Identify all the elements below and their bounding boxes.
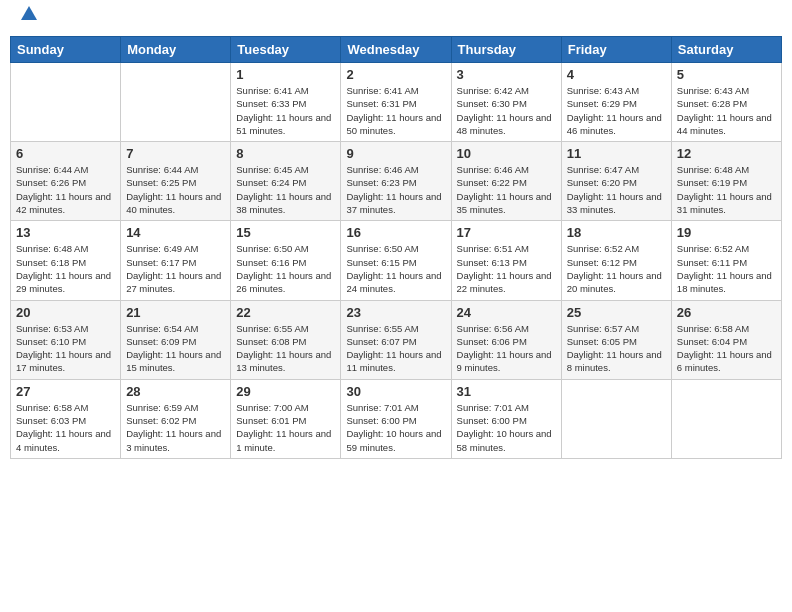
day-detail: Sunrise: 7:00 AM Sunset: 6:01 PM Dayligh… [236,401,335,454]
day-number: 3 [457,67,556,82]
calendar-cell: 1Sunrise: 6:41 AM Sunset: 6:33 PM Daylig… [231,63,341,142]
day-number: 11 [567,146,666,161]
calendar-cell: 26Sunrise: 6:58 AM Sunset: 6:04 PM Dayli… [671,300,781,379]
calendar-cell: 17Sunrise: 6:51 AM Sunset: 6:13 PM Dayli… [451,221,561,300]
day-detail: Sunrise: 6:48 AM Sunset: 6:19 PM Dayligh… [677,163,776,216]
svg-marker-0 [21,6,37,20]
day-number: 22 [236,305,335,320]
day-number: 25 [567,305,666,320]
calendar-cell: 3Sunrise: 6:42 AM Sunset: 6:30 PM Daylig… [451,63,561,142]
calendar-day-header: Tuesday [231,37,341,63]
day-number: 5 [677,67,776,82]
calendar-cell: 19Sunrise: 6:52 AM Sunset: 6:11 PM Dayli… [671,221,781,300]
day-number: 18 [567,225,666,240]
day-number: 30 [346,384,445,399]
calendar-cell: 8Sunrise: 6:45 AM Sunset: 6:24 PM Daylig… [231,142,341,221]
calendar-cell: 2Sunrise: 6:41 AM Sunset: 6:31 PM Daylig… [341,63,451,142]
day-detail: Sunrise: 6:49 AM Sunset: 6:17 PM Dayligh… [126,242,225,295]
calendar-cell [11,63,121,142]
calendar-cell [121,63,231,142]
day-detail: Sunrise: 6:52 AM Sunset: 6:11 PM Dayligh… [677,242,776,295]
day-number: 24 [457,305,556,320]
calendar-cell: 16Sunrise: 6:50 AM Sunset: 6:15 PM Dayli… [341,221,451,300]
calendar-cell [561,379,671,458]
day-detail: Sunrise: 6:43 AM Sunset: 6:28 PM Dayligh… [677,84,776,137]
day-detail: Sunrise: 6:56 AM Sunset: 6:06 PM Dayligh… [457,322,556,375]
day-number: 19 [677,225,776,240]
day-detail: Sunrise: 6:51 AM Sunset: 6:13 PM Dayligh… [457,242,556,295]
calendar-table: SundayMondayTuesdayWednesdayThursdayFrid… [10,36,782,459]
day-detail: Sunrise: 6:44 AM Sunset: 6:26 PM Dayligh… [16,163,115,216]
calendar-cell: 21Sunrise: 6:54 AM Sunset: 6:09 PM Dayli… [121,300,231,379]
day-detail: Sunrise: 6:42 AM Sunset: 6:30 PM Dayligh… [457,84,556,137]
calendar-day-header: Sunday [11,37,121,63]
calendar-week-row: 1Sunrise: 6:41 AM Sunset: 6:33 PM Daylig… [11,63,782,142]
day-detail: Sunrise: 6:41 AM Sunset: 6:33 PM Dayligh… [236,84,335,137]
calendar-week-row: 6Sunrise: 6:44 AM Sunset: 6:26 PM Daylig… [11,142,782,221]
day-number: 7 [126,146,225,161]
day-number: 2 [346,67,445,82]
logo-triangle [21,6,37,24]
logo [18,14,37,24]
day-number: 27 [16,384,115,399]
day-number: 14 [126,225,225,240]
day-detail: Sunrise: 6:59 AM Sunset: 6:02 PM Dayligh… [126,401,225,454]
calendar-week-row: 20Sunrise: 6:53 AM Sunset: 6:10 PM Dayli… [11,300,782,379]
calendar-cell: 18Sunrise: 6:52 AM Sunset: 6:12 PM Dayli… [561,221,671,300]
calendar-day-header: Monday [121,37,231,63]
calendar-cell: 5Sunrise: 6:43 AM Sunset: 6:28 PM Daylig… [671,63,781,142]
day-detail: Sunrise: 6:50 AM Sunset: 6:16 PM Dayligh… [236,242,335,295]
day-detail: Sunrise: 6:58 AM Sunset: 6:04 PM Dayligh… [677,322,776,375]
day-number: 9 [346,146,445,161]
day-number: 20 [16,305,115,320]
day-detail: Sunrise: 6:55 AM Sunset: 6:07 PM Dayligh… [346,322,445,375]
day-number: 10 [457,146,556,161]
calendar-cell: 10Sunrise: 6:46 AM Sunset: 6:22 PM Dayli… [451,142,561,221]
calendar-cell [671,379,781,458]
calendar-cell: 12Sunrise: 6:48 AM Sunset: 6:19 PM Dayli… [671,142,781,221]
day-detail: Sunrise: 6:46 AM Sunset: 6:22 PM Dayligh… [457,163,556,216]
day-detail: Sunrise: 6:54 AM Sunset: 6:09 PM Dayligh… [126,322,225,375]
calendar-cell: 13Sunrise: 6:48 AM Sunset: 6:18 PM Dayli… [11,221,121,300]
calendar-cell: 28Sunrise: 6:59 AM Sunset: 6:02 PM Dayli… [121,379,231,458]
calendar-week-row: 13Sunrise: 6:48 AM Sunset: 6:18 PM Dayli… [11,221,782,300]
calendar-cell: 9Sunrise: 6:46 AM Sunset: 6:23 PM Daylig… [341,142,451,221]
day-number: 17 [457,225,556,240]
day-number: 6 [16,146,115,161]
calendar-cell: 29Sunrise: 7:00 AM Sunset: 6:01 PM Dayli… [231,379,341,458]
day-detail: Sunrise: 6:50 AM Sunset: 6:15 PM Dayligh… [346,242,445,295]
day-detail: Sunrise: 6:58 AM Sunset: 6:03 PM Dayligh… [16,401,115,454]
day-number: 1 [236,67,335,82]
day-number: 21 [126,305,225,320]
day-detail: Sunrise: 6:52 AM Sunset: 6:12 PM Dayligh… [567,242,666,295]
calendar-cell: 7Sunrise: 6:44 AM Sunset: 6:25 PM Daylig… [121,142,231,221]
day-number: 4 [567,67,666,82]
day-number: 12 [677,146,776,161]
page-header [10,10,782,28]
calendar-cell: 25Sunrise: 6:57 AM Sunset: 6:05 PM Dayli… [561,300,671,379]
calendar-cell: 23Sunrise: 6:55 AM Sunset: 6:07 PM Dayli… [341,300,451,379]
calendar-header-row: SundayMondayTuesdayWednesdayThursdayFrid… [11,37,782,63]
day-detail: Sunrise: 6:46 AM Sunset: 6:23 PM Dayligh… [346,163,445,216]
day-number: 15 [236,225,335,240]
day-detail: Sunrise: 6:41 AM Sunset: 6:31 PM Dayligh… [346,84,445,137]
day-detail: Sunrise: 6:57 AM Sunset: 6:05 PM Dayligh… [567,322,666,375]
calendar-cell: 4Sunrise: 6:43 AM Sunset: 6:29 PM Daylig… [561,63,671,142]
calendar-day-header: Wednesday [341,37,451,63]
day-number: 8 [236,146,335,161]
calendar-body: 1Sunrise: 6:41 AM Sunset: 6:33 PM Daylig… [11,63,782,459]
day-detail: Sunrise: 6:47 AM Sunset: 6:20 PM Dayligh… [567,163,666,216]
calendar-cell: 14Sunrise: 6:49 AM Sunset: 6:17 PM Dayli… [121,221,231,300]
day-detail: Sunrise: 7:01 AM Sunset: 6:00 PM Dayligh… [346,401,445,454]
calendar-cell: 30Sunrise: 7:01 AM Sunset: 6:00 PM Dayli… [341,379,451,458]
calendar-day-header: Friday [561,37,671,63]
calendar-cell: 27Sunrise: 6:58 AM Sunset: 6:03 PM Dayli… [11,379,121,458]
calendar-cell: 20Sunrise: 6:53 AM Sunset: 6:10 PM Dayli… [11,300,121,379]
day-number: 31 [457,384,556,399]
calendar-cell: 31Sunrise: 7:01 AM Sunset: 6:00 PM Dayli… [451,379,561,458]
day-detail: Sunrise: 7:01 AM Sunset: 6:00 PM Dayligh… [457,401,556,454]
day-detail: Sunrise: 6:53 AM Sunset: 6:10 PM Dayligh… [16,322,115,375]
day-number: 29 [236,384,335,399]
calendar-week-row: 27Sunrise: 6:58 AM Sunset: 6:03 PM Dayli… [11,379,782,458]
day-number: 26 [677,305,776,320]
